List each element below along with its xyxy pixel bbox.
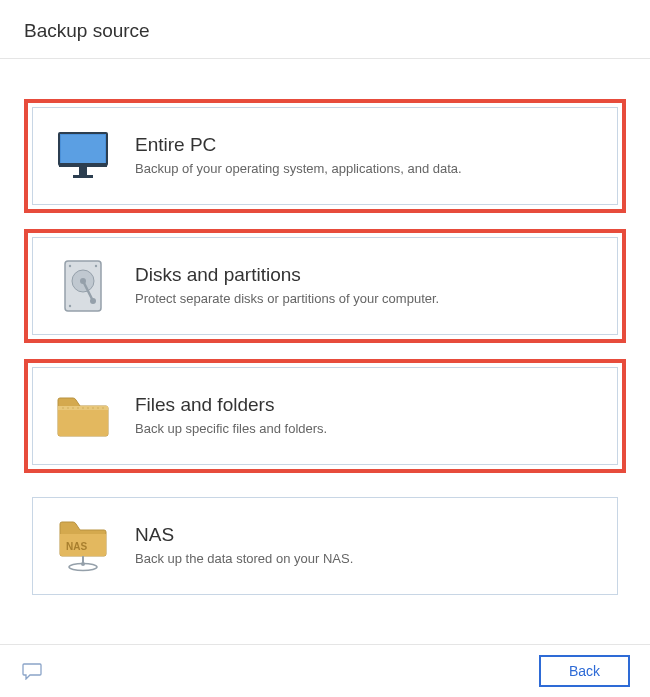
- option-desc: Protect separate disks or partitions of …: [135, 290, 597, 308]
- option-desc: Back up the data stored on your NAS.: [135, 550, 597, 568]
- svg-rect-3: [79, 167, 87, 175]
- option-highlight: Entire PC Backup of your operating syste…: [24, 99, 626, 213]
- option-text: Files and folders Back up specific files…: [135, 394, 597, 438]
- option-highlight: Disks and partitions Protect separate di…: [24, 229, 626, 343]
- monitor-icon: [53, 126, 113, 186]
- option-title: Disks and partitions: [135, 264, 597, 286]
- option-highlight: Files and folders Back up specific files…: [24, 359, 626, 473]
- option-title: Entire PC: [135, 134, 597, 156]
- svg-point-8: [90, 298, 96, 304]
- option-entire-pc[interactable]: Entire PC Backup of your operating syste…: [32, 107, 618, 205]
- option-desc: Back up specific files and folders.: [135, 420, 597, 438]
- back-button[interactable]: Back: [539, 655, 630, 687]
- hard-disk-icon: [53, 256, 113, 316]
- svg-rect-2: [59, 163, 107, 167]
- option-files-folders[interactable]: Files and folders Back up specific files…: [32, 367, 618, 465]
- svg-rect-4: [73, 175, 93, 178]
- options-list: Entire PC Backup of your operating syste…: [0, 59, 650, 639]
- option-text: NAS Back up the data stored on your NAS.: [135, 524, 597, 568]
- option-nas[interactable]: NAS NAS Back up the data stored on your …: [32, 497, 618, 595]
- option-wrapper: NAS NAS Back up the data stored on your …: [24, 489, 626, 603]
- svg-point-9: [69, 265, 71, 267]
- svg-text:NAS: NAS: [66, 541, 87, 552]
- svg-point-17: [81, 562, 85, 566]
- nas-icon: NAS: [53, 516, 113, 576]
- option-title: Files and folders: [135, 394, 597, 416]
- svg-rect-1: [61, 135, 105, 163]
- page-header: Backup source: [0, 0, 650, 59]
- option-text: Entire PC Backup of your operating syste…: [135, 134, 597, 178]
- option-title: NAS: [135, 524, 597, 546]
- option-disks-partitions[interactable]: Disks and partitions Protect separate di…: [32, 237, 618, 335]
- option-desc: Backup of your operating system, applica…: [135, 160, 597, 178]
- folder-icon: [53, 386, 113, 446]
- svg-point-11: [69, 305, 71, 307]
- page-footer: Back: [0, 644, 650, 697]
- chat-icon[interactable]: [20, 659, 44, 683]
- option-text: Disks and partitions Protect separate di…: [135, 264, 597, 308]
- page-title: Backup source: [24, 20, 626, 42]
- svg-point-10: [95, 265, 97, 267]
